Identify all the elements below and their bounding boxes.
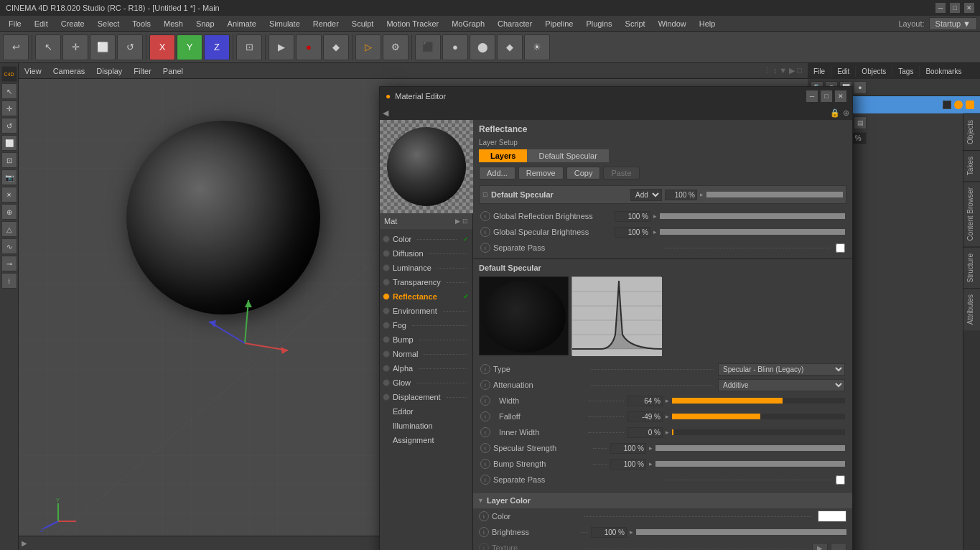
width-value[interactable] [627,396,663,406]
separate-pass-global-checkbox[interactable] [836,243,845,253]
global-specular-icon[interactable]: i [480,227,490,237]
vtab-attributes[interactable]: Attributes [963,288,980,330]
global-reflection-arrow[interactable]: ▸ [653,213,657,220]
menu-edit[interactable]: Edit [29,18,54,29]
ls-camera[interactable]: 📷 [1,169,17,185]
menu-help[interactable]: Help [694,18,722,29]
type-select[interactable]: Specular - Blinn (Legacy) [718,363,845,376]
objects-tab-bookmarks[interactable]: Bookmarks [920,66,967,77]
btn-paste[interactable]: Paste [603,167,639,180]
channel-luminance[interactable]: Luminance [380,261,472,275]
x-axis[interactable]: X [149,34,175,60]
global-reflection-value[interactable] [615,211,650,222]
ls-object[interactable]: ⊡ [1,152,17,168]
ls-spline[interactable]: ∿ [1,238,17,254]
menu-character[interactable]: Character [492,18,538,29]
menu-render[interactable]: Render [307,18,345,29]
channel-diffusion[interactable]: Diffusion [380,246,472,261]
texture-browse-btn[interactable]: ... [831,543,846,551]
mat-editor-maximize[interactable]: □ [821,90,832,102]
channel-environment[interactable]: Environment [380,304,472,318]
channel-alpha[interactable]: Alpha [380,361,472,376]
attenuation-icon[interactable]: i [480,380,490,390]
ls-move[interactable]: ✛ [1,101,17,116]
vtab-objects[interactable]: Objects [963,113,980,150]
type-icon[interactable]: i [480,364,490,374]
channel-editor[interactable]: Editor [380,404,472,419]
btn-copy[interactable]: Copy [566,167,601,180]
ls-null[interactable]: ⊕ [1,204,17,220]
width-icon[interactable]: i [480,396,490,406]
objects-tab-edit[interactable]: Edit [831,66,856,77]
brightness-value[interactable] [591,527,627,538]
viewport-panel[interactable]: Panel [163,67,183,75]
channel-assignment[interactable]: Assignment [380,433,472,447]
separate-pass-inner-checkbox[interactable] [836,475,845,485]
mat-expand-btn[interactable]: ⊕ [843,108,849,118]
render-settings[interactable]: ⚙ [383,34,409,60]
primitive-other[interactable]: ◆ [497,34,523,60]
close-button[interactable]: ✕ [964,3,974,13]
vtab-takes[interactable]: Takes [963,150,980,181]
viewport-display[interactable]: Display [96,67,122,75]
specular-strength-icon[interactable]: i [480,443,490,453]
record-button[interactable]: ● [296,34,322,60]
channel-illumination[interactable]: Illumination [380,419,472,433]
bump-strength-arrow[interactable]: ▸ [649,460,653,467]
menu-pipeline[interactable]: Pipeline [539,18,579,29]
ls-mograph[interactable]: ⁞ [1,273,17,289]
layer-color-header[interactable]: ▼ Layer Color [473,493,852,508]
layer-blend-select[interactable]: Add [630,189,662,201]
ls-scale[interactable]: ⬜ [1,135,17,151]
color-swatch[interactable] [818,511,846,522]
menu-tools[interactable]: Tools [126,18,157,29]
channel-displacement[interactable]: Displacement [380,390,472,404]
menu-window[interactable]: Window [653,18,692,29]
tab-default-specular[interactable]: Default Specular [527,149,608,162]
texture-btn[interactable]: ▶ [812,543,828,551]
menu-mograph[interactable]: MoGraph [446,18,490,29]
ls-deform[interactable]: ⊸ [1,256,17,271]
menu-file[interactable]: File [3,18,27,29]
vtab-structure[interactable]: Structure [963,247,980,289]
ls-rotate[interactable]: ↺ [1,118,17,134]
btn-remove[interactable]: Remove [518,167,564,180]
move-tool[interactable]: ✛ [62,34,88,60]
layout-select[interactable]: Startup ▼ [929,17,977,30]
brightness-arrow[interactable]: ▸ [630,528,633,536]
menu-plugins[interactable]: Plugins [580,18,617,29]
bump-strength-value[interactable] [610,459,646,470]
viewport-cameras[interactable]: Cameras [53,67,85,75]
mat-editor-close[interactable]: ✕ [835,90,846,102]
menu-create[interactable]: Create [55,18,90,29]
specular-strength-value[interactable] [610,443,646,454]
separate-pass-inner-icon[interactable]: i [480,475,490,485]
primitive-cube[interactable]: ⬛ [415,34,441,60]
viewport-view[interactable]: View [24,67,42,75]
z-axis[interactable]: Z [204,34,230,60]
ls-light[interactable]: ☀ [1,187,17,202]
primitive-cylinder[interactable]: ⬤ [470,34,495,60]
objects-tab-file[interactable]: File [808,66,831,77]
maximize-button[interactable]: □ [950,3,960,13]
menu-select[interactable]: Select [92,18,126,29]
color-icon[interactable]: i [479,511,489,521]
keyframe-button[interactable]: ◆ [323,34,349,60]
menu-motion-tracker[interactable]: Motion Tracker [381,18,444,29]
global-specular-value[interactable] [615,227,650,238]
width-arrow[interactable]: ▸ [666,397,669,404]
object-mode[interactable]: ⊡ [236,34,262,60]
ls-polygon[interactable]: △ [1,221,17,237]
obj-toolbar-btn4[interactable]: ● [854,81,867,94]
bump-strength-icon[interactable]: i [480,459,490,469]
ls-select[interactable]: ↖ [1,83,17,99]
global-reflection-icon[interactable]: i [480,211,490,221]
mat-lock-btn[interactable]: 🔒 [830,108,840,118]
brightness-icon[interactable]: i [479,527,489,537]
y-axis[interactable]: Y [177,34,202,60]
falloff-icon[interactable]: i [480,411,490,421]
viewport-filter[interactable]: Filter [134,67,151,75]
minimize-button[interactable]: ─ [935,3,946,13]
channel-reflectance[interactable]: Reflectance ✓ [380,289,472,304]
tab-layers[interactable]: Layers [479,149,527,162]
